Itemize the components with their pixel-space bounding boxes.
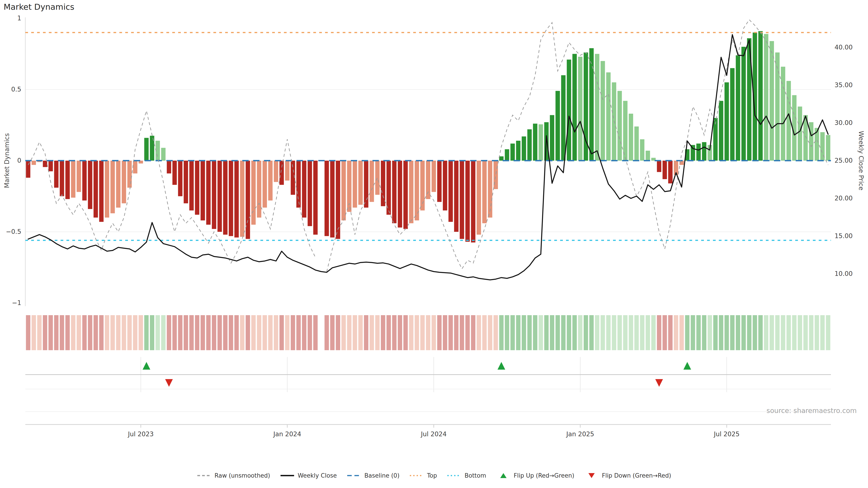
heat-strip-cell xyxy=(477,315,481,350)
heat-strip-cell xyxy=(313,315,318,350)
heat-strip-cell xyxy=(263,315,267,350)
heat-strip-cell xyxy=(741,315,746,350)
dynamics-bar xyxy=(352,161,357,207)
dynamics-bar xyxy=(561,75,565,161)
heat-strip-cell xyxy=(691,315,695,350)
legend-item-4: Bottom xyxy=(447,472,486,479)
legend-item-1: Weekly Close xyxy=(280,472,337,479)
heat-strip-cell xyxy=(657,315,661,350)
dynamics-bar xyxy=(432,161,436,192)
heat-strip-cell xyxy=(65,315,70,350)
heat-strip-cell xyxy=(815,315,819,350)
dynamics-bar xyxy=(640,139,644,161)
heat-strip-cell xyxy=(178,315,182,350)
heat-strip-cell xyxy=(510,315,515,350)
x-tick: Jul 2023 xyxy=(128,431,154,437)
heat-strip-cell xyxy=(370,315,374,350)
heat-strip-cell xyxy=(375,315,379,350)
heat-strip-cell xyxy=(308,315,312,350)
heat-strip-cell xyxy=(460,315,464,350)
dynamics-bar xyxy=(161,148,165,161)
y-tick-left: −0.5 xyxy=(6,229,21,235)
dynamics-bar xyxy=(578,57,582,161)
heat-strip-cell xyxy=(206,315,211,350)
heat-strip-cell xyxy=(567,315,571,350)
x-tick: Jul 2024 xyxy=(421,431,447,437)
dynamics-bar xyxy=(381,161,385,206)
flip-up-marker xyxy=(498,362,505,369)
heat-strip-cell xyxy=(826,315,830,350)
dynamics-bar xyxy=(662,161,667,179)
heat-strip-cell xyxy=(251,315,256,350)
heat-strip-cell xyxy=(662,315,667,350)
dynamics-bar xyxy=(167,161,171,173)
legend-swatch-dash-icon xyxy=(197,472,211,479)
heat-strip-cell xyxy=(685,315,689,350)
heat-strip-cell xyxy=(522,315,526,350)
legend-swatch-dot-icon xyxy=(409,472,424,479)
heat-strip-cell xyxy=(358,315,363,350)
dynamics-bar xyxy=(629,113,633,161)
dynamics-bar xyxy=(465,161,470,242)
dynamics-bar xyxy=(527,129,532,161)
heat-strip-cell xyxy=(347,315,351,350)
heat-strip-cell xyxy=(600,315,605,350)
heat-strip-cell xyxy=(544,315,549,350)
dynamics-bar xyxy=(724,83,729,161)
heat-strip-cell xyxy=(651,315,655,350)
dynamics-bar xyxy=(263,161,267,207)
heat-strip-cell xyxy=(217,315,222,350)
market-dynamics-chart: Market Dynamics Market Dynamics Weekly C… xyxy=(0,0,868,488)
heat-strip-cell xyxy=(296,315,301,350)
dynamics-bar xyxy=(505,149,509,161)
legend-swatch-tri-up-icon xyxy=(496,472,510,479)
dynamics-bar xyxy=(646,151,650,161)
legend-label: Top xyxy=(427,472,437,479)
legend-swatch-solid-icon xyxy=(280,472,294,479)
heat-strip-cell xyxy=(595,315,599,350)
legend-label: Flip Down (Green→Red) xyxy=(602,472,671,479)
dynamics-bar xyxy=(572,54,577,161)
dynamics-bar xyxy=(26,161,30,178)
heat-strip-cell xyxy=(499,315,503,350)
dynamics-bar xyxy=(696,143,701,161)
flip-up-marker xyxy=(683,362,691,369)
heat-strip-cell xyxy=(268,315,272,350)
dynamics-bar xyxy=(184,161,188,203)
dynamics-bar xyxy=(200,161,205,221)
heat-strip-cell xyxy=(606,315,611,350)
dynamics-bar xyxy=(606,72,611,161)
heat-strip-cell xyxy=(820,315,825,350)
legend-item-6: Flip Down (Green→Red) xyxy=(584,472,671,479)
dynamics-bar xyxy=(539,124,543,161)
heat-strip-cell xyxy=(398,315,402,350)
dynamics-bar xyxy=(341,161,346,221)
heat-strip-cell xyxy=(539,315,543,350)
dynamics-bar xyxy=(308,161,312,226)
heat-strip-cell xyxy=(578,315,582,350)
dynamics-bar xyxy=(409,161,413,223)
y-tick-left: 1 xyxy=(17,15,21,22)
heat-strip-cell xyxy=(54,315,58,350)
heat-strip-cell xyxy=(127,315,131,350)
legend-swatch-dot-icon xyxy=(447,472,461,479)
dynamics-bar xyxy=(279,161,284,185)
dynamics-bar xyxy=(471,161,475,242)
legend-label: Weekly Close xyxy=(298,472,337,479)
heat-strip-cell xyxy=(279,315,284,350)
heat-strip-cell xyxy=(223,315,227,350)
legend: Raw (unsmoothed)Weekly CloseBaseline (0)… xyxy=(0,472,868,479)
dynamics-bar xyxy=(398,161,402,228)
heat-strip-cell xyxy=(352,315,357,350)
dynamics-bar xyxy=(105,161,109,218)
dynamics-bar xyxy=(195,161,199,215)
dynamics-bar xyxy=(516,141,520,161)
dynamics-bar xyxy=(702,142,706,161)
dynamics-bar xyxy=(88,161,92,209)
dynamics-bar xyxy=(634,127,639,161)
dynamics-bar xyxy=(764,34,768,161)
heat-strip-cell xyxy=(99,315,103,350)
source-note: source: sharemaestro.com xyxy=(767,407,857,415)
dynamics-bar xyxy=(76,161,81,192)
dynamics-bar xyxy=(82,161,87,200)
